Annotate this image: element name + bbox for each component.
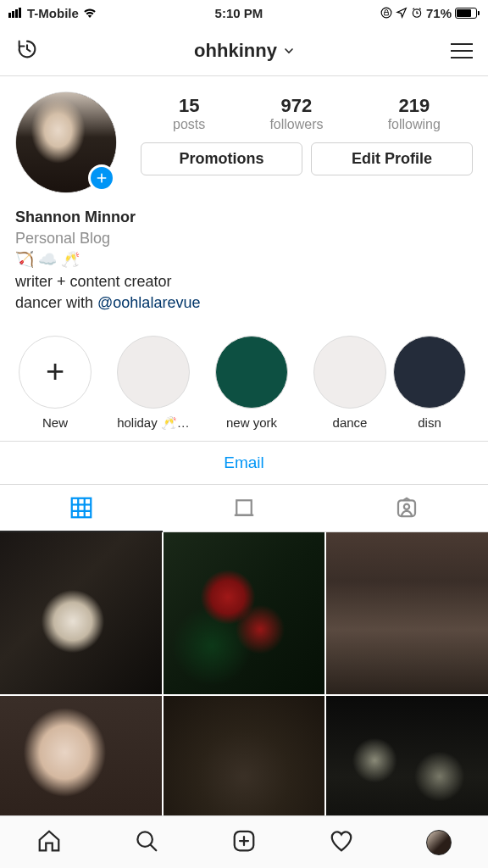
highlight-label: disn — [418, 415, 441, 430]
contact-row: Email — [0, 442, 488, 485]
username-dropdown[interactable]: ohhkinny — [194, 40, 296, 62]
status-bar: T-Mobile 5:10 PM 71% — [0, 0, 488, 25]
lock-icon — [380, 7, 392, 19]
nav-activity[interactable] — [329, 828, 354, 857]
svg-rect-3 — [236, 501, 252, 516]
plus-icon — [95, 171, 108, 185]
carrier-name: T-Mobile — [27, 6, 79, 20]
bio-mention[interactable]: @oohlalarevue — [97, 294, 200, 311]
nav-search[interactable] — [134, 828, 159, 857]
status-time: 5:10 PM — [215, 6, 263, 20]
nav-avatar-icon — [426, 830, 452, 855]
tab-tagged[interactable] — [325, 485, 488, 531]
svg-point-5 — [404, 504, 409, 509]
create-icon — [231, 828, 257, 854]
search-icon — [134, 828, 159, 854]
alarm-icon — [411, 7, 423, 19]
home-icon — [36, 828, 62, 854]
add-story-badge[interactable] — [88, 164, 115, 192]
tab-feed[interactable] — [163, 485, 325, 531]
wifi-icon — [82, 7, 97, 19]
bottom-nav — [0, 815, 488, 868]
following-stat[interactable]: 219 following — [388, 95, 441, 132]
feed-icon — [231, 495, 257, 520]
post-thumbnail[interactable] — [0, 532, 162, 694]
battery-percent: 71% — [426, 6, 452, 20]
svg-rect-4 — [398, 501, 415, 517]
posts-label: posts — [173, 117, 205, 132]
nav-home[interactable] — [36, 828, 62, 857]
tab-grid[interactable] — [0, 485, 163, 531]
stats-row: 15 posts 972 followers 219 following — [141, 92, 473, 132]
archive-icon — [15, 37, 39, 61]
highlights-row[interactable]: + New holiday 🥂… new york dance disn — [0, 324, 488, 442]
email-button[interactable]: Email — [224, 453, 264, 472]
bio-line-2: dancer with @oohlalarevue — [15, 292, 473, 314]
highlight-label: holiday 🥂… — [117, 415, 190, 431]
nav-create[interactable] — [231, 828, 257, 857]
edit-profile-button[interactable]: Edit Profile — [311, 142, 473, 175]
highlight-new-york[interactable]: new york — [212, 336, 291, 431]
followers-label: followers — [269, 117, 323, 132]
plus-icon: + — [46, 353, 64, 390]
archive-button[interactable] — [15, 37, 39, 64]
profile-tabs — [0, 485, 488, 532]
post-thumbnail[interactable] — [326, 532, 488, 694]
signal-bars-icon — [8, 8, 21, 18]
post-thumbnail[interactable] — [164, 532, 325, 694]
highlight-disn[interactable]: disn — [408, 336, 451, 431]
posts-stat[interactable]: 15 posts — [173, 95, 205, 132]
bio: Shannon Minnor Personal Blog 🏹 ☁️ 🥂 writ… — [15, 207, 473, 314]
following-count: 219 — [388, 95, 441, 117]
promotions-button[interactable]: Promotions — [141, 142, 302, 175]
svg-rect-2 — [72, 498, 92, 518]
profile-avatar[interactable] — [15, 92, 117, 193]
posts-count: 15 — [173, 95, 205, 117]
bio-category: Personal Blog — [15, 228, 473, 249]
highlight-new[interactable]: + New — [15, 336, 95, 431]
profile-section: 15 posts 972 followers 219 following Pro… — [0, 76, 488, 324]
highlight-label: new york — [226, 415, 277, 430]
post-grid — [0, 532, 488, 857]
heart-icon — [329, 828, 354, 854]
status-right: 71% — [380, 6, 480, 20]
battery-icon — [455, 8, 480, 19]
location-icon — [396, 7, 408, 19]
chevron-down-icon — [282, 44, 296, 58]
status-left: T-Mobile — [8, 6, 97, 20]
svg-point-0 — [381, 8, 391, 18]
nav-profile[interactable] — [426, 830, 452, 855]
following-label: following — [388, 117, 441, 132]
tagged-icon — [394, 495, 419, 520]
highlight-label: dance — [333, 415, 368, 430]
menu-button[interactable] — [451, 43, 473, 58]
grid-icon — [69, 495, 94, 520]
highlight-dance[interactable]: dance — [310, 336, 390, 431]
username-text: ohhkinny — [194, 40, 277, 62]
followers-stat[interactable]: 972 followers — [269, 95, 323, 132]
followers-count: 972 — [269, 95, 323, 117]
bio-line-1: writer + content creator — [15, 271, 473, 292]
highlight-holiday[interactable]: holiday 🥂… — [114, 336, 193, 431]
nav-header: ohhkinny — [0, 25, 488, 76]
highlight-label: New — [42, 415, 68, 430]
bio-name: Shannon Minnor — [15, 207, 473, 228]
bio-emoji-line: 🏹 ☁️ 🥂 — [15, 249, 473, 270]
